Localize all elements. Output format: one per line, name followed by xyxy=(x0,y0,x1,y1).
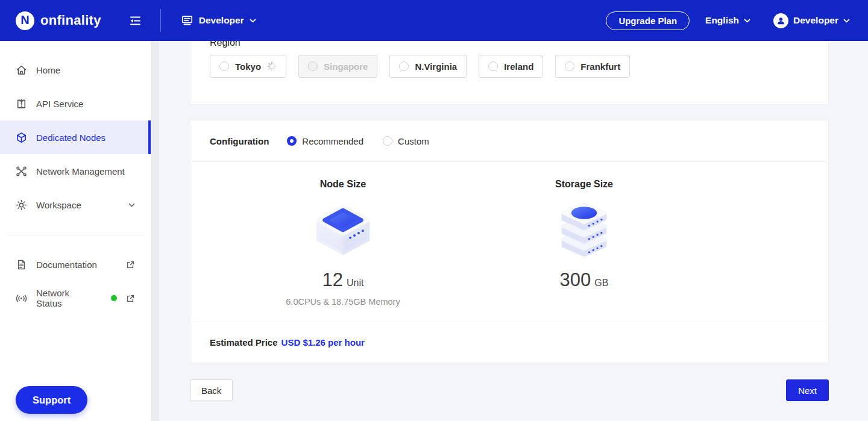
radio-icon xyxy=(565,61,574,71)
chevron-down-icon xyxy=(744,19,750,23)
sidebar-item-label: API Service xyxy=(36,99,83,109)
node-size-detail: 6.0CPUs & 18.75GB Memory xyxy=(286,297,400,307)
loading-spinner-icon xyxy=(267,61,277,71)
back-button[interactable]: Back xyxy=(190,379,233,401)
radio-checked-icon xyxy=(287,136,297,146)
sidebar-item-api-service[interactable]: API Service xyxy=(0,87,151,120)
chevron-down-icon xyxy=(128,203,135,207)
next-button[interactable]: Next xyxy=(786,379,829,401)
node-size-title: Node Size xyxy=(320,179,366,190)
gear-icon xyxy=(16,199,27,211)
sidebar-item-label: Network Management xyxy=(36,166,125,176)
sidebar-item-label: Home xyxy=(36,65,60,75)
chevron-down-icon xyxy=(250,19,256,23)
region-option-tokyo[interactable]: Tokyo xyxy=(210,55,286,78)
region-option-frankfurt[interactable]: Frankfurt xyxy=(555,55,630,78)
node-size-value: 12 Unit xyxy=(322,269,364,291)
workspace-icon xyxy=(181,14,193,27)
cube-icon xyxy=(16,132,27,143)
user-name: Developer xyxy=(793,15,838,26)
region-card: Region Tokyo xyxy=(190,41,829,105)
top-navbar: N onfinality Developer Upgrade Plan xyxy=(0,0,868,41)
menu-fold-icon[interactable] xyxy=(129,15,142,27)
estimated-price-label: Estimated Price xyxy=(210,337,278,348)
estimated-price-row: Estimated Price USD $1.26 per hour xyxy=(190,322,828,363)
region-option-ireland[interactable]: Ireland xyxy=(479,55,543,78)
sidebar: Home API Service Dedicate xyxy=(0,41,151,421)
support-button[interactable]: Support xyxy=(16,386,87,414)
chevron-down-icon xyxy=(843,19,850,23)
sidebar-item-label: Documentation xyxy=(36,260,97,270)
estimated-price-value[interactable]: USD $1.26 per hour xyxy=(281,337,365,348)
storage-size-illustration xyxy=(553,192,615,267)
node-size-illustration xyxy=(312,192,374,267)
configuration-card: Configuration Recommended Custom Node Si… xyxy=(190,120,829,363)
language-selector[interactable]: English xyxy=(705,15,750,26)
navbar-divider xyxy=(160,9,161,32)
configuration-label: Configuration xyxy=(210,136,269,146)
onfinality-logo-icon: N xyxy=(16,11,34,30)
radio-icon xyxy=(219,61,229,71)
storage-size-title: Storage Size xyxy=(555,179,613,190)
api-service-icon xyxy=(16,98,27,110)
brand-name: onfinality xyxy=(40,13,101,28)
user-menu[interactable]: Developer xyxy=(773,13,850,28)
node-size-column: Node Size xyxy=(222,179,464,322)
configuration-row: Configuration Recommended Custom xyxy=(190,120,828,162)
sidebar-item-label: Dedicated Nodes xyxy=(36,133,105,143)
broadcast-icon xyxy=(16,293,27,304)
storage-size-value: 300 GB xyxy=(560,269,609,291)
wizard-actions: Back Next xyxy=(190,379,829,401)
sidebar-item-dedicated-nodes[interactable]: Dedicated Nodes xyxy=(0,120,151,154)
sidebar-item-label: Network Status xyxy=(36,288,95,308)
external-link-icon xyxy=(126,260,135,269)
radio-icon xyxy=(383,136,392,146)
config-option-recommended[interactable]: Recommended xyxy=(287,136,363,146)
workspace-selector[interactable]: Developer xyxy=(181,14,256,27)
sidebar-divider xyxy=(8,235,142,235)
network-icon xyxy=(16,166,27,177)
sidebar-item-home[interactable]: Home xyxy=(0,53,151,87)
sizes-section: Node Size xyxy=(190,162,828,322)
sidebar-item-label: Workspace xyxy=(36,200,81,210)
language-label: English xyxy=(705,15,739,26)
radio-icon xyxy=(399,61,409,71)
workspace-name: Developer xyxy=(199,15,244,26)
main-content: Region Tokyo xyxy=(159,41,868,421)
radio-icon xyxy=(308,61,318,71)
region-option-singapore: Singapore xyxy=(298,55,377,78)
brand-logo[interactable]: N onfinality xyxy=(0,11,101,30)
radio-icon xyxy=(488,61,498,71)
sidebar-item-documentation[interactable]: Documentation xyxy=(0,248,151,281)
user-avatar-icon xyxy=(773,13,788,28)
sidebar-item-network-status[interactable]: Network Status xyxy=(0,281,151,315)
region-label: Region xyxy=(210,41,809,48)
region-option-nvirginia[interactable]: N.Virginia xyxy=(389,55,467,78)
home-icon xyxy=(16,64,27,76)
region-options: Tokyo xyxy=(210,55,809,78)
sidebar-item-network-management[interactable]: Network Management xyxy=(0,154,151,188)
online-status-dot xyxy=(111,295,117,301)
sidebar-scroll-gutter[interactable] xyxy=(151,41,159,421)
upgrade-plan-button[interactable]: Upgrade Plan xyxy=(606,11,690,30)
config-option-custom[interactable]: Custom xyxy=(383,136,429,146)
storage-size-column: Storage Size xyxy=(464,179,705,322)
document-icon xyxy=(16,259,27,270)
external-link-icon xyxy=(126,294,135,303)
sidebar-item-workspace[interactable]: Workspace xyxy=(0,188,151,222)
